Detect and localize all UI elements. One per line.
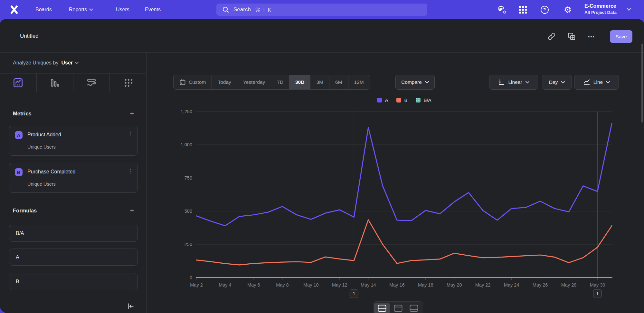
tab-flows[interactable]: [73, 73, 110, 92]
range-label: 7D: [277, 79, 283, 85]
formula-card[interactable]: A: [9, 249, 138, 266]
chevron-down-icon: [89, 8, 93, 11]
y-axis-label: 0: [190, 275, 192, 280]
insights-chart-icon: [13, 78, 23, 88]
legend-item-b[interactable]: B: [396, 97, 407, 103]
layout-chart-bottom-button[interactable]: [406, 303, 422, 313]
metrics-heading: Metrics: [13, 111, 32, 117]
nav-item-reports[interactable]: Reports: [69, 0, 93, 19]
metric-options-button[interactable]: ⋮: [128, 168, 133, 174]
add-formula-button[interactable]: +: [130, 207, 134, 214]
share-link-button[interactable]: [547, 32, 556, 41]
settings-button[interactable]: ⚙: [561, 0, 574, 19]
x-axis-label: May 26: [533, 282, 548, 288]
y-axis-label: 1,250: [181, 109, 192, 114]
add-metric-button[interactable]: +: [130, 110, 134, 117]
x-axis-label: May 18: [418, 282, 433, 288]
layout-chart-top-button[interactable]: [390, 303, 406, 313]
app-frame: Untitled ••• Save Analyze Uniques by Use…: [0, 19, 644, 313]
range-yesterday-button[interactable]: Yesterday: [237, 75, 271, 90]
formula-card[interactable]: B/A: [9, 225, 138, 242]
nav-item-boards[interactable]: Boards: [35, 0, 52, 19]
analyze-entity-value: User: [61, 60, 73, 66]
tab-insights[interactable]: [0, 73, 37, 92]
linear-axis-icon: [498, 79, 505, 86]
range-label: 12M: [354, 79, 364, 85]
legend-item-ba[interactable]: B/A: [416, 97, 431, 103]
gear-icon: ⚙: [503, 10, 507, 14]
chevron-down-icon[interactable]: [627, 8, 631, 11]
analyze-entity-dropdown[interactable]: User: [61, 60, 79, 66]
line-chart-icon: [583, 79, 590, 86]
range-12m-button[interactable]: 12M: [348, 75, 370, 90]
nav-item-users[interactable]: Users: [116, 0, 129, 19]
formulas-section-header: Formulas +: [13, 206, 134, 215]
y-axis-label: 500: [185, 209, 192, 214]
chart-type-dropdown[interactable]: Line: [574, 75, 619, 90]
nav-item-label: Boards: [35, 7, 52, 13]
x-axis-label: May 6: [247, 282, 260, 288]
range-3m-button[interactable]: 3M: [310, 75, 329, 90]
metric-name: Purchase Completed: [27, 169, 75, 175]
annotation-badge-label: 1: [353, 291, 355, 296]
project-scope: All Project Data: [584, 10, 617, 15]
chevron-down-icon: [606, 81, 610, 83]
range-30d-button[interactable]: 30D: [289, 75, 310, 90]
sidebar-footer-divider: [0, 297, 146, 297]
legend-swatch: [377, 98, 382, 103]
range-6m-button[interactable]: 6M: [329, 75, 348, 90]
metric-card-a[interactable]: A Product Added Unique Users ⋮: [9, 126, 138, 156]
formula-label: A: [16, 254, 19, 260]
metric-options-button[interactable]: ⋮: [128, 131, 133, 137]
chart-type-tabs: [0, 73, 146, 92]
top-nav: Boards Reports Users Events Search ⌘ + K…: [0, 0, 644, 19]
formula-card[interactable]: B: [9, 273, 138, 290]
series-line-B[interactable]: [196, 220, 612, 265]
layout-split-icon: [378, 305, 386, 312]
analyze-bar: Analyze Uniques by User: [0, 53, 146, 73]
gear-icon: ⚙: [564, 5, 572, 14]
nav-item-events[interactable]: Events: [145, 0, 161, 19]
help-button[interactable]: ?: [538, 0, 551, 19]
legend-label: B: [404, 97, 407, 103]
apps-grid-button[interactable]: [516, 0, 529, 19]
metric-card-b[interactable]: B Purchase Completed Unique Users ⋮: [9, 163, 138, 193]
range-label: 30D: [295, 79, 304, 85]
interval-dropdown[interactable]: Day: [542, 75, 572, 90]
layout-split-button[interactable]: [374, 303, 390, 313]
duplicate-button[interactable]: [567, 32, 576, 41]
series-line-A[interactable]: [196, 123, 612, 226]
report-title[interactable]: Untitled: [20, 19, 39, 53]
save-button[interactable]: Save: [610, 30, 632, 43]
scrollbar-thumb[interactable]: [641, 44, 643, 122]
compare-dropdown[interactable]: Compare: [395, 75, 435, 90]
range-today-button[interactable]: Today: [212, 75, 237, 90]
range-custom-button[interactable]: Custom: [173, 75, 212, 90]
legend-item-a[interactable]: A: [377, 97, 388, 103]
nav-item-label: Users: [116, 7, 129, 13]
layout-switcher: [373, 301, 423, 313]
scale-dropdown[interactable]: Linear: [489, 75, 538, 90]
mixpanel-logo[interactable]: [9, 5, 19, 15]
x-axis-label: May 16: [389, 282, 405, 288]
metric-subtitle[interactable]: Unique Users: [27, 144, 56, 150]
tab-funnels[interactable]: [37, 73, 73, 92]
y-axis-label: 1,000: [181, 142, 192, 147]
project-switcher[interactable]: E-Commerce All Project Data: [584, 3, 617, 15]
x-axis-label: May 2: [190, 282, 203, 288]
grid-icon: [519, 6, 527, 14]
project-name: E-Commerce: [584, 3, 617, 9]
collapse-sidebar-button[interactable]: [126, 302, 135, 310]
range-7d-button[interactable]: 7D: [271, 75, 289, 90]
legend-label: A: [385, 97, 388, 103]
date-range-control: Custom Today Yesterday 7D 30D 3M 6M 12M: [173, 75, 370, 90]
data-management-button[interactable]: ⚙: [495, 0, 508, 19]
more-options-button[interactable]: •••: [585, 32, 598, 41]
search-input[interactable]: Search ⌘ + K: [216, 4, 427, 16]
formulas-heading: Formulas: [13, 208, 37, 214]
chart-svg[interactable]: 02505007501,0001,250May 2May 4May 6May 8…: [174, 108, 621, 300]
chart-panel: Custom Today Yesterday 7D 30D 3M 6M 12M …: [147, 53, 644, 313]
metric-subtitle[interactable]: Unique Users: [27, 181, 56, 187]
tab-retention[interactable]: [110, 73, 146, 92]
x-axis-label: May 12: [332, 282, 347, 288]
